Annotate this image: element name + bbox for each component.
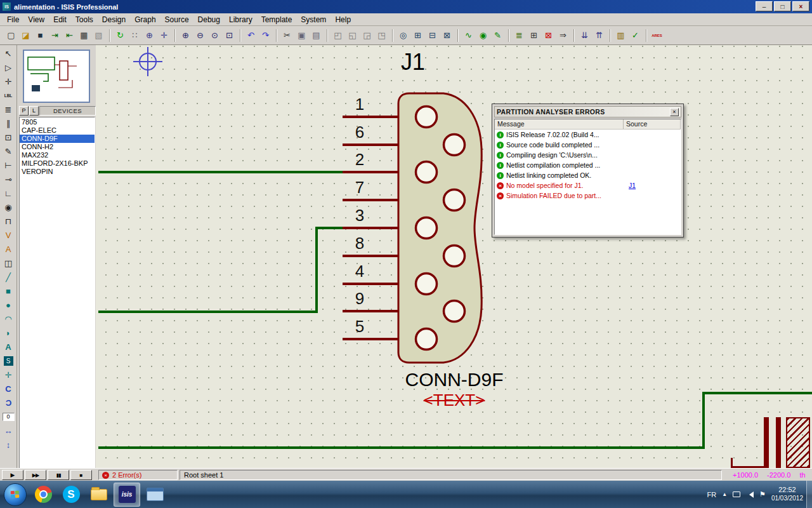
taskbar-window-icon[interactable]	[141, 483, 168, 507]
instant-edit-mode-icon[interactable]: ✎	[1, 144, 16, 158]
block-move-icon[interactable]: ◱	[346, 29, 359, 42]
wire[interactable]	[702, 392, 812, 394]
component-value-label[interactable]: CONN-D9F	[381, 369, 527, 391]
origin-icon[interactable]: ⊕	[143, 29, 156, 42]
pin-line[interactable]	[343, 171, 398, 173]
new-sheet-icon[interactable]: ⊞	[527, 29, 540, 42]
minimize-button[interactable]: –	[756, 1, 773, 11]
electrical-rules-check-icon[interactable]: ✓	[629, 29, 642, 42]
error-window-titlebar[interactable]: PARTITION ANALYSER ERRORS ×	[494, 106, 681, 117]
device-item[interactable]: CAP-ELEC	[20, 126, 95, 135]
stop-button[interactable]: ■	[70, 470, 92, 480]
open-icon[interactable]: ◪	[19, 29, 32, 42]
block-delete-icon[interactable]: ◳	[375, 29, 388, 42]
pin-line[interactable]	[343, 116, 398, 118]
schematic-overview[interactable]	[23, 50, 90, 103]
pin-line[interactable]	[343, 255, 398, 257]
cut-icon[interactable]: ✂	[280, 29, 294, 42]
import-section-icon[interactable]: ⇥	[48, 29, 62, 42]
2d-path-icon[interactable]: ◗	[1, 326, 16, 340]
clock[interactable]: 22:52 01/03/2012	[771, 486, 803, 502]
2d-marker-icon[interactable]: ✛	[1, 368, 16, 382]
mark-output-area-icon[interactable]: ▧	[92, 29, 105, 42]
terminal-mode-icon[interactable]: ⊢	[1, 158, 16, 172]
taskbar-chrome-icon[interactable]	[30, 483, 56, 507]
taskbar-isis-icon[interactable]: isis	[114, 483, 140, 507]
goto-sheet-icon[interactable]: ⇒	[556, 29, 570, 42]
junction-mode-icon[interactable]: ✛	[1, 74, 16, 88]
device-item[interactable]: VEROPIN	[20, 168, 95, 176]
return-parent-icon[interactable]: ⇈	[593, 29, 606, 42]
error-row[interactable]: i Compiling design 'C:\Users\n...	[495, 150, 681, 160]
text-placeholder-label[interactable]: <TEXT>	[400, 391, 508, 410]
generator-mode-icon[interactable]: ⊓	[1, 214, 16, 228]
selection-pointer-icon[interactable]: ↖	[1, 46, 16, 60]
wire[interactable]	[98, 311, 318, 313]
decompose-icon[interactable]: ⊠	[440, 29, 454, 42]
x-cursor-icon[interactable]: ✛	[157, 29, 171, 42]
maximize-button[interactable]: □	[774, 1, 791, 11]
pick-button[interactable]: P	[19, 106, 29, 116]
device-item[interactable]: 7805	[20, 118, 95, 126]
undo-icon[interactable]: ↶	[244, 29, 258, 42]
error-row[interactable]: i ISIS Release 7.02.02 (Build 4...	[495, 130, 681, 140]
error-row[interactable]: i Source code build completed ...	[495, 140, 681, 150]
error-row[interactable]: × Simulation FAILED due to part...	[495, 190, 681, 201]
property-assignment-icon[interactable]: ✎	[491, 29, 504, 42]
volume-icon[interactable]	[746, 491, 754, 498]
menu-tools[interactable]: Tools	[71, 14, 98, 25]
zoom-child-icon[interactable]: ⇊	[578, 29, 591, 42]
redraw-icon[interactable]: ↻	[114, 29, 127, 42]
search-tag-icon[interactable]: ◉	[476, 29, 490, 42]
wire[interactable]	[315, 227, 345, 229]
error-row[interactable]: × No model specified for J1. J1	[495, 180, 681, 190]
taskbar-explorer-icon[interactable]	[86, 483, 112, 507]
zoom-out-icon[interactable]: ⊖	[193, 29, 207, 42]
wire-label-mode-icon[interactable]: LBL	[1, 88, 16, 102]
wire[interactable]	[98, 446, 705, 449]
zoom-in-icon[interactable]: ⊕	[179, 29, 192, 42]
2d-symbol-icon[interactable]: S	[1, 354, 16, 368]
error-row[interactable]: i Netlist compilation completed ...	[495, 160, 681, 170]
show-desktop-button[interactable]	[806, 481, 812, 508]
schematic-canvas[interactable]: 1 6 2 7 3 8 4 9 5 J1 CONN-D9F <TEXT>	[96, 45, 812, 468]
paste-icon[interactable]: ▤	[310, 29, 323, 42]
play-button[interactable]: ▶	[2, 470, 23, 480]
wire[interactable]	[98, 171, 343, 173]
device-item[interactable]: MAX232	[20, 151, 95, 159]
partial-component-hatch[interactable]	[786, 417, 810, 468]
2d-box-icon[interactable]: ■	[1, 284, 16, 298]
pin-line[interactable]	[343, 338, 398, 340]
partial-component[interactable]	[776, 417, 781, 468]
2d-circle-icon[interactable]: ●	[1, 298, 16, 312]
menu-source[interactable]: Source	[160, 14, 193, 25]
partial-component[interactable]	[764, 417, 769, 468]
rotate-anticlockwise-icon[interactable]: C	[1, 396, 16, 410]
menu-file[interactable]: File	[3, 14, 23, 25]
mirror-vertical-icon[interactable]: ↕	[1, 438, 16, 451]
rotation-angle-field[interactable]: 0	[1, 410, 16, 424]
2d-arc-icon[interactable]: ◠	[1, 312, 16, 326]
pin-line[interactable]	[343, 227, 398, 229]
pin-line[interactable]	[343, 144, 398, 146]
menu-help[interactable]: Help	[331, 14, 355, 25]
2d-line-icon[interactable]: ╱	[1, 270, 16, 284]
bill-of-materials-icon[interactable]: ▥	[614, 29, 627, 42]
error-window-close-icon[interactable]: ×	[670, 108, 679, 116]
design-explorer-icon[interactable]: ≣	[513, 29, 526, 42]
rotate-clockwise-icon[interactable]: C	[1, 382, 16, 396]
current-probe-mode-icon[interactable]: A	[1, 242, 16, 256]
start-button[interactable]	[4, 483, 27, 506]
pause-button[interactable]: ▮▮	[48, 470, 69, 480]
device-item[interactable]: MILFORD-2X16-BKP	[20, 159, 95, 168]
save-icon[interactable]: ■	[34, 29, 47, 42]
column-header-message[interactable]: Message	[495, 119, 624, 129]
component-ref-label[interactable]: J1	[384, 49, 442, 76]
remove-sheet-icon[interactable]: ⊠	[542, 29, 555, 42]
menu-edit[interactable]: Edit	[49, 14, 71, 25]
error-source-link[interactable]: J1	[624, 182, 636, 189]
pin-line[interactable]	[343, 283, 398, 285]
wire[interactable]	[315, 227, 318, 313]
graph-mode-icon[interactable]: ∟	[1, 186, 16, 200]
language-indicator[interactable]: FR	[707, 491, 716, 498]
